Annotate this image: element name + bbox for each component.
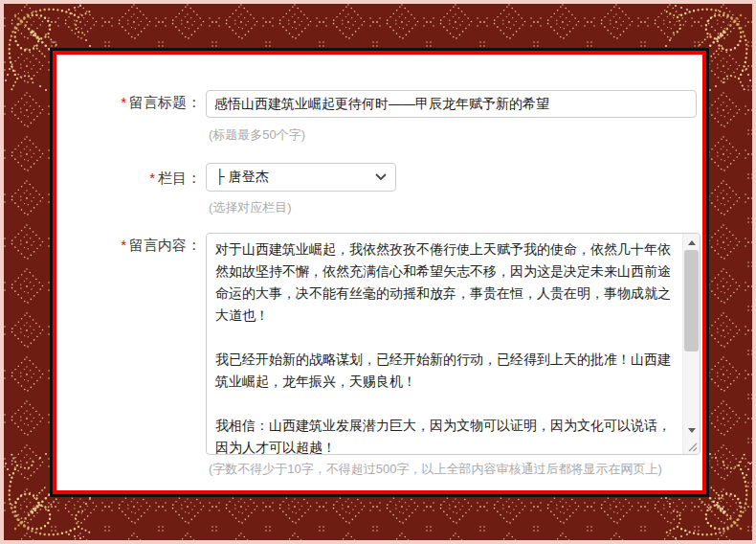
content-field-label: *留言内容： — [56, 237, 201, 255]
content-label-text: 留言内容： — [129, 237, 201, 253]
page: *留言标题： (标题最多50个字) *栏目： ├ 唐登杰 (选择对应栏目) *留… — [0, 0, 756, 544]
scroll-down-icon — [688, 428, 696, 433]
content-required-asterisk: * — [121, 237, 126, 253]
title-hint: (标题最多50个字) — [209, 126, 305, 144]
title-input[interactable] — [206, 90, 697, 118]
category-required-asterisk: * — [149, 170, 155, 186]
category-select[interactable]: ├ 唐登杰 — [206, 163, 396, 192]
scroll-up-button[interactable] — [683, 235, 700, 250]
resize-grip-icon[interactable] — [686, 441, 698, 452]
title-required-asterisk: * — [121, 94, 126, 110]
category-selected-value: ├ 唐登杰 — [215, 169, 269, 186]
title-field-label: *留言标题： — [56, 94, 201, 112]
scroll-down-button[interactable] — [683, 422, 700, 438]
message-form-panel: *留言标题： (标题最多50个字) *栏目： ├ 唐登杰 (选择对应栏目) *留… — [53, 51, 706, 494]
title-label-text: 留言标题： — [129, 94, 201, 110]
scroll-up-icon — [688, 240, 696, 245]
category-hint: (选择对应栏目) — [209, 199, 292, 216]
chevron-down-icon — [375, 173, 387, 181]
content-text: 对于山西建筑业崛起，我依然孜孜不倦行使上天赋予我的使命，依然几十年依然如故坚持不… — [207, 234, 683, 454]
category-field-label: *栏目： — [56, 170, 201, 188]
content-scrollbar[interactable] — [682, 234, 700, 454]
content-hint: (字数不得少于10字，不得超过500字，以上全部内容审核通过后都将显示在网页上) — [209, 461, 662, 478]
scrollbar-thumb[interactable] — [684, 250, 699, 351]
category-label-text: 栏目： — [158, 170, 201, 186]
content-textarea[interactable]: 对于山西建筑业崛起，我依然孜孜不倦行使上天赋予我的使命，依然几十年依然如故坚持不… — [206, 233, 700, 455]
